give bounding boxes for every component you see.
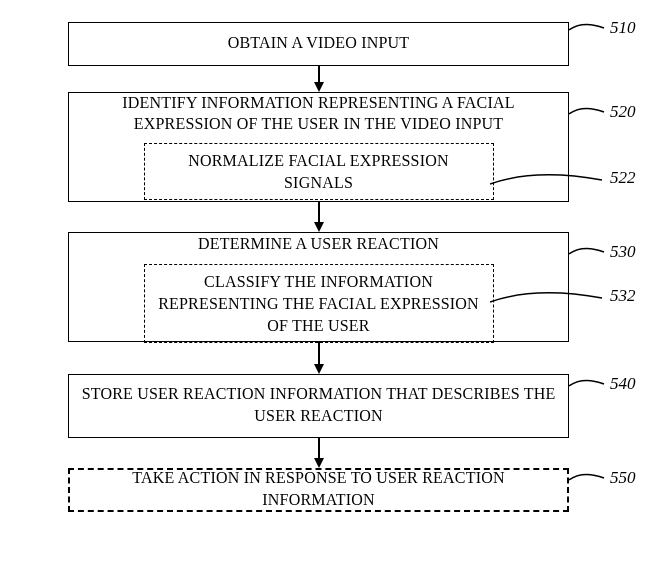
flowchart: OBTAIN A VIDEO INPUT 510 IDENTIFY INFORM… (0, 0, 660, 576)
label-520: 520 (610, 102, 636, 122)
step-510-text: OBTAIN A VIDEO INPUT (228, 32, 410, 54)
leader-510 (569, 22, 611, 42)
substep-522-text: NORMALIZE FACIAL EXPRESSION SIGNALS (188, 152, 449, 191)
leader-530 (569, 246, 611, 266)
leader-532 (490, 290, 610, 314)
step-540: STORE USER REACTION INFORMATION THAT DES… (68, 374, 569, 438)
substep-532-text: CLASSIFY THE INFORMATION REPRESENTING TH… (158, 273, 479, 333)
label-510: 510 (610, 18, 636, 38)
step-540-text: STORE USER REACTION INFORMATION THAT DES… (79, 383, 558, 426)
label-550: 550 (610, 468, 636, 488)
step-530-text: DETERMINE A USER REACTION (198, 233, 439, 255)
step-550: TAKE ACTION IN RESPONSE TO USER REACTION… (68, 468, 569, 512)
label-522: 522 (610, 168, 636, 188)
step-510: OBTAIN A VIDEO INPUT (68, 22, 569, 66)
label-530: 530 (610, 242, 636, 262)
substep-522: NORMALIZE FACIAL EXPRESSION SIGNALS (144, 143, 494, 200)
step-550-text: TAKE ACTION IN RESPONSE TO USER REACTION… (80, 467, 557, 510)
leader-550 (569, 472, 611, 492)
label-532: 532 (610, 286, 636, 306)
leader-540 (569, 378, 611, 398)
label-540: 540 (610, 374, 636, 394)
step-520-text: IDENTIFY INFORMATION REPRESENTING A FACI… (79, 92, 558, 135)
leader-520 (569, 106, 611, 126)
leader-522 (490, 172, 610, 196)
substep-532: CLASSIFY THE INFORMATION REPRESENTING TH… (144, 264, 494, 343)
step-530: DETERMINE A USER REACTION CLASSIFY THE I… (68, 232, 569, 342)
